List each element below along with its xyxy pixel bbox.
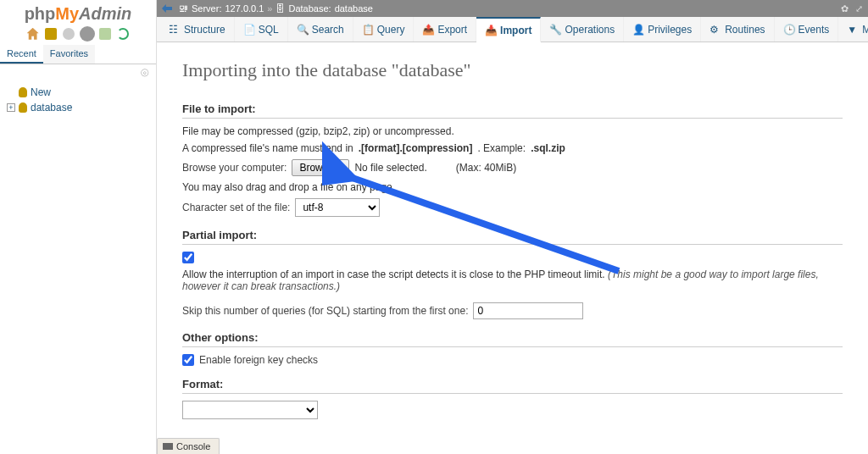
bc-db-value[interactable]: database — [335, 3, 373, 14]
tab-structure-label: Structure — [184, 24, 225, 36]
theme-icon[interactable] — [99, 28, 111, 40]
tab-sql-label: SQL — [259, 24, 279, 36]
operations-icon: 🔧 — [549, 24, 561, 36]
file-hint-2b: .[format].[compression] — [359, 142, 473, 154]
events-icon: 🕒 — [783, 24, 795, 36]
section-partial: Partial import: — [182, 229, 843, 245]
browse-row: Browse your computer: Browse... No file … — [182, 159, 843, 176]
section-file: File to import: — [182, 102, 843, 119]
logo-admin: Admin — [79, 4, 131, 23]
fk-checkbox[interactable] — [182, 354, 194, 366]
more-icon: ▼ — [847, 24, 859, 36]
tab-favorites[interactable]: Favorites — [43, 45, 95, 64]
search-icon: 🔍 — [297, 24, 309, 36]
tab-export[interactable]: 📤Export — [414, 17, 476, 42]
skip-label: Skip this number of queries (for SQL) st… — [182, 305, 468, 317]
bc-db-label: Database: — [288, 3, 331, 14]
db-icon — [19, 102, 27, 113]
side-tabs: Recent Favorites — [0, 45, 156, 64]
drag-hint: You may also drag and drop a file on any… — [182, 181, 843, 193]
charset-select[interactable]: utf-8 — [295, 198, 380, 217]
tree-new[interactable]: New — [7, 85, 149, 100]
tab-more[interactable]: ▼More — [838, 17, 868, 42]
main-panel: 🖳 Server: 127.0.0.1 » 🗄 Database: databa… — [157, 0, 868, 454]
top-icons: ✿ ⤢ — [841, 3, 863, 14]
section-format: Format: — [182, 378, 843, 394]
tab-routines[interactable]: ⚙Routines — [701, 17, 774, 42]
breadcrumb-arrow-icon[interactable] — [162, 4, 172, 13]
settings-icon[interactable] — [81, 28, 93, 40]
content: Importing into the database "database" F… — [157, 42, 868, 437]
tab-export-label: Export — [437, 24, 467, 36]
tree-expand-icon[interactable]: + — [7, 103, 15, 112]
file-hint-1: File may be compressed (gzip, bzip2, zip… — [182, 125, 843, 137]
file-hint-2c: . Example: — [477, 142, 526, 154]
server-icon: 🖳 — [179, 3, 188, 14]
tree-db-label: database — [31, 102, 72, 114]
tree-new-label: New — [31, 86, 51, 98]
file-hint-2d: .sql.zip — [531, 142, 565, 154]
tab-bar: ☷Structure 📄SQL 🔍Search 📋Query 📤Export 📥… — [157, 17, 868, 42]
console-bar[interactable]: Console — [157, 438, 220, 454]
file-hint-2a: A compressed file's name must end in — [182, 142, 353, 154]
tab-routines-label: Routines — [725, 24, 765, 36]
bc-server-value[interactable]: 127.0.0.1 — [225, 3, 264, 14]
tab-structure[interactable]: ☷Structure — [160, 17, 235, 42]
tab-operations[interactable]: 🔧Operations — [541, 17, 624, 42]
collapse-icon[interactable]: ⦾ — [0, 64, 156, 81]
logo-my: My — [55, 4, 79, 23]
privileges-icon: 👤 — [632, 24, 644, 36]
logo: phpMyAdmin — [0, 0, 156, 25]
format-row — [182, 401, 843, 419]
browse-button[interactable]: Browse... — [292, 159, 349, 176]
allow-interrupt-checkbox[interactable] — [182, 252, 194, 263]
tab-events[interactable]: 🕒Events — [775, 17, 839, 42]
refresh-icon[interactable] — [117, 28, 129, 40]
routines-icon: ⚙ — [709, 24, 721, 36]
max-size: (Max: 40MiB) — [456, 162, 516, 174]
tab-search-label: Search — [312, 24, 344, 36]
home-icon[interactable] — [27, 28, 39, 40]
bc-sep: » — [267, 3, 272, 14]
sql-icon[interactable] — [45, 28, 57, 40]
no-file-text: No file selected. — [354, 162, 426, 174]
import-icon: 📥 — [485, 25, 497, 36]
tab-privileges[interactable]: 👤Privileges — [624, 17, 701, 42]
database-icon: 🗄 — [275, 3, 285, 14]
allow-interrupt-text: Allow the interruption of an import in c… — [182, 269, 843, 292]
tab-events-label: Events — [798, 24, 830, 36]
expand-icon[interactable]: ⤢ — [855, 3, 863, 14]
browse-label: Browse your computer: — [182, 162, 287, 174]
bc-server-label: Server: — [192, 3, 221, 14]
tab-operations-label: Operations — [565, 24, 615, 36]
top-icon-row — [0, 25, 156, 45]
tab-sql[interactable]: 📄SQL — [235, 17, 288, 42]
gear-icon[interactable]: ✿ — [841, 3, 849, 14]
tab-import-label: Import — [500, 25, 531, 36]
tab-recent[interactable]: Recent — [0, 45, 43, 64]
allow-interrupt-row — [182, 252, 843, 263]
structure-icon: ☷ — [169, 24, 181, 36]
export-icon: 📤 — [422, 24, 434, 36]
query-icon: 📋 — [362, 24, 374, 36]
charset-row: Character set of the file: utf-8 — [182, 198, 843, 217]
db-tree: New + database — [0, 81, 156, 119]
tab-import[interactable]: 📥Import — [476, 17, 541, 42]
tab-query[interactable]: 📋Query — [353, 17, 415, 42]
top-bar: 🖳 Server: 127.0.0.1 » 🗄 Database: databa… — [157, 0, 868, 17]
tab-search[interactable]: 🔍Search — [288, 17, 353, 42]
tab-privileges-label: Privileges — [648, 24, 692, 36]
format-select[interactable] — [182, 401, 318, 419]
logo-php: php — [25, 4, 56, 23]
allow-text-a: Allow the interruption of an import in c… — [182, 269, 608, 280]
docs-icon[interactable] — [63, 28, 75, 40]
tab-query-label: Query — [377, 24, 405, 36]
tree-db[interactable]: + database — [7, 100, 149, 115]
left-panel: phpMyAdmin Recent Favorites ⦾ New + data… — [0, 0, 157, 454]
new-db-icon — [19, 87, 27, 97]
skip-input[interactable] — [473, 302, 583, 319]
sql-tab-icon: 📄 — [243, 24, 255, 36]
page-title: Importing into the database "database" — [182, 59, 843, 81]
fk-label: Enable foreign key checks — [199, 354, 318, 366]
fk-row: Enable foreign key checks — [182, 354, 843, 366]
